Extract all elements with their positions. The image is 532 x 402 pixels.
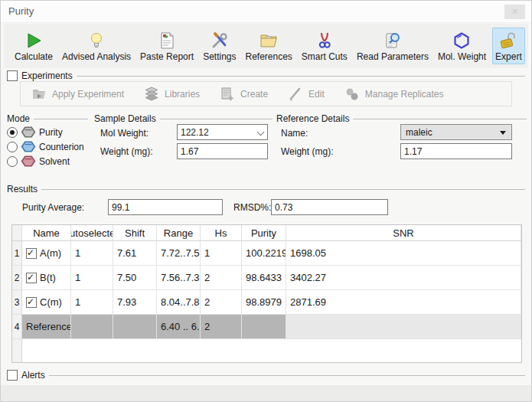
play-icon [24,31,44,51]
cell-autoselected[interactable]: 1 [71,241,113,266]
cell-hs[interactable]: 2 [201,315,242,339]
table-row[interactable]: 1 A(m) 1 7.61 7.72..7.56 1 100.2219 1698… [12,241,521,266]
purity-average-field[interactable] [108,199,223,215]
cell-shift[interactable]: 7.93 [113,290,157,315]
cell-snr[interactable]: 1698.05 [286,241,521,266]
sample-weight-input[interactable] [177,143,268,159]
cell-range[interactable]: 8.04..7.81 [157,290,201,315]
cell-shift[interactable]: 7.50 [113,266,157,290]
advised-analysis-button[interactable]: Advised Analysis [59,28,134,64]
manage-replicates-label: Manage Replicates [365,89,444,100]
cell-autoselected[interactable]: 1 [71,266,113,290]
column-header-autoselected[interactable]: Autoselected [71,225,113,241]
cell-shift[interactable]: 7.61 [113,241,157,266]
mol-weight-label: Mol Weight: [100,128,149,139]
reference-weight-input[interactable] [400,143,512,159]
cell-purity[interactable]: 98.8979 [242,290,286,315]
read-parameters-button[interactable]: Read Parameters [354,28,432,64]
settings-label: Settings [203,51,236,62]
manage-replicates-button[interactable]: Manage Replicates [344,87,444,102]
column-header-range[interactable]: Range [157,225,201,241]
mol-weight-button[interactable]: Mol. Weight [435,28,489,64]
cell-snr[interactable] [286,315,521,339]
alerts-checkbox[interactable] [7,370,18,381]
peak-name: B(t) [40,272,56,283]
row-checkbox[interactable] [26,273,37,283]
purity-option-label: Purity [39,127,63,138]
libraries-button[interactable]: Libraries [144,87,200,102]
mode-option-counterion[interactable]: Counterion [7,139,93,154]
peak-name: A(m) [40,247,61,259]
cell-range[interactable]: 7.56..7.37 [157,266,201,290]
column-header-name[interactable]: Name [22,225,71,241]
create-label: Create [240,89,268,100]
reference-details-divider [353,119,527,119]
folder-icon [259,31,279,51]
edit-button[interactable]: Edit [288,87,325,102]
column-header-purity[interactable]: Purity [242,225,286,241]
mode-option-solvent[interactable]: Solvent [7,154,93,168]
table-row[interactable]: 2 B(t) 1 7.50 7.56..7.37 2 98.6433 3402.… [12,266,521,290]
experiments-label: Experiments [21,70,73,81]
reference-name-label: Name: [281,128,308,139]
experiments-group-header: Experiments [7,70,525,81]
mode-option-purity[interactable]: Purity [7,125,93,139]
mol-weight-input[interactable] [177,124,268,140]
row-checkbox[interactable] [26,297,37,308]
counterion-radio[interactable] [7,142,18,152]
reference-name-select[interactable]: maleic [400,124,512,140]
calculate-button[interactable]: Calculate [11,28,56,64]
references-button[interactable]: References [242,28,295,64]
settings-button[interactable]: Settings [200,28,239,64]
sample-details-divider [160,119,273,119]
results-group-header: Results [7,184,525,194]
reference-details-label: Reference Details [276,113,349,124]
peak-name: Reference... [22,315,71,339]
experiments-divider [77,76,525,77]
table-row-reference[interactable]: 4 Reference... 6.40 .. 6.12 2 [12,315,521,339]
expert-button[interactable]: Expert [492,28,525,64]
lightbulb-icon [86,31,106,51]
cell-snr[interactable]: 3402.27 [286,266,521,290]
cell-hs[interactable]: 2 [201,266,242,290]
cell-purity[interactable] [242,315,286,339]
close-button[interactable] [504,5,525,19]
main-toolbar: Calculate Advised Analysis Paste Report … [4,24,528,68]
window-footer [1,385,531,401]
column-header-hs[interactable]: Hs [201,225,242,241]
purity-radio[interactable] [7,127,18,138]
cell-range[interactable]: 6.40 .. 6.12 [157,315,201,339]
sample-details-label: Sample Details [94,113,156,124]
cell-purity[interactable]: 100.2219 [242,241,286,266]
cell-hs[interactable]: 2 [201,290,242,315]
cell-hs[interactable]: 1 [201,241,242,266]
column-header-shift[interactable]: Shift [113,225,157,241]
title-bar: Purity [1,1,531,23]
smart-cuts-button[interactable]: Smart Cuts [299,28,351,64]
mode-options: Purity Counterion Solvent [7,125,93,168]
paste-report-button[interactable]: Paste Report [137,28,197,64]
alerts-group-header: Alerts [7,370,525,381]
cell-autoselected[interactable]: 1 [71,290,113,315]
experiments-checkbox[interactable] [7,70,18,81]
column-header-snr[interactable]: SNR [286,225,521,241]
apply-experiment-label: Apply Experiment [52,89,124,100]
libraries-label: Libraries [165,89,200,100]
window-title: Purity [8,5,34,17]
cell-shift[interactable] [113,315,157,339]
dropdown-arrow-icon[interactable] [500,131,506,135]
paste-report-label: Paste Report [140,51,194,62]
solvent-radio[interactable] [7,156,18,167]
apply-experiment-button[interactable]: Apply Experiment [31,87,124,102]
cell-range[interactable]: 7.72..7.56 [157,241,201,266]
cell-purity[interactable]: 98.6433 [242,266,286,290]
rmsd-field[interactable] [271,199,388,215]
table-header-row: Name Autoselected Shift Range Hs Purity … [12,225,521,241]
create-button[interactable]: Create [220,87,268,102]
cell-snr[interactable]: 2871.69 [286,290,521,315]
table-row[interactable]: 3 C(m) 1 7.93 8.04..7.81 2 98.8979 2871.… [12,290,521,315]
mol-weight-combo[interactable] [177,124,268,140]
cell-autoselected[interactable] [71,315,113,339]
edit-label: Edit [308,89,325,100]
row-checkbox[interactable] [26,248,37,259]
